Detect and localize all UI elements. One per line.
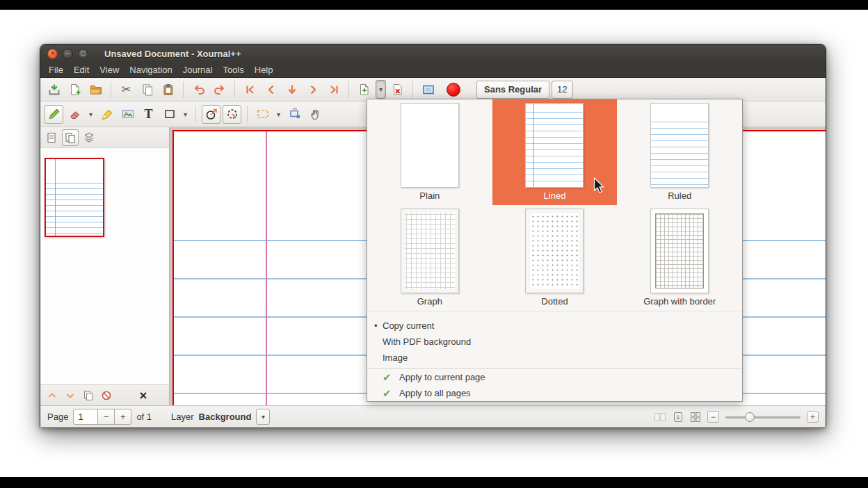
- undo-icon: [192, 83, 206, 97]
- select-region-button[interactable]: [253, 105, 272, 124]
- highlighter-tool-button[interactable]: [97, 105, 116, 124]
- maximize-window-button[interactable]: ▢: [78, 49, 88, 59]
- radio-bullet-icon: •: [374, 320, 383, 331]
- contents-icon: [46, 132, 57, 143]
- copy-button[interactable]: [138, 80, 156, 99]
- close-window-button[interactable]: ✕: [47, 49, 58, 59]
- new-page-button[interactable]: [355, 80, 373, 99]
- new-document-icon: [68, 83, 82, 97]
- arrow-down-icon: [285, 83, 299, 97]
- blocked-icon: [101, 390, 112, 401]
- zoom-in-icon: +: [810, 413, 815, 421]
- zoom-slider-thumb[interactable]: [745, 412, 755, 422]
- mouse-cursor: [593, 177, 606, 194]
- template-ruled[interactable]: Ruled: [617, 99, 742, 205]
- close-sidebar-button[interactable]: [136, 388, 151, 403]
- two-page-view-button[interactable]: [654, 412, 666, 423]
- option-pdf-background[interactable]: With PDF background: [367, 334, 742, 350]
- sidebar-tab-pages[interactable]: [62, 129, 79, 146]
- template-graph-border[interactable]: Graph with border: [617, 205, 742, 311]
- layer-label: Layer: [171, 412, 194, 422]
- undo-button[interactable]: [189, 80, 208, 99]
- paste-button[interactable]: [159, 80, 177, 99]
- fit-width-button[interactable]: [690, 412, 701, 423]
- grid-pages-icon: [690, 412, 701, 423]
- last-page-button[interactable]: [324, 80, 343, 99]
- next-page-button[interactable]: [303, 80, 322, 99]
- save-button[interactable]: [45, 80, 63, 99]
- template-dotted[interactable]: Dotted: [492, 205, 618, 311]
- toolbar-separator: [195, 106, 196, 122]
- pen-tool-button[interactable]: [45, 105, 63, 124]
- minimize-window-button[interactable]: —: [63, 49, 73, 59]
- toolbar-separator: [111, 81, 111, 98]
- font-size-spinner[interactable]: 12: [552, 81, 572, 99]
- menu-help[interactable]: Help: [255, 65, 273, 75]
- page-template-dropdown-button[interactable]: ▾: [376, 80, 386, 99]
- apply-all-pages[interactable]: ✔ Apply to all pages: [367, 385, 742, 401]
- text-tool-button[interactable]: T: [139, 105, 158, 124]
- page-number-input[interactable]: [73, 409, 98, 425]
- hand-tool-button[interactable]: [306, 105, 325, 124]
- zoom-in-button[interactable]: +: [807, 411, 819, 423]
- snapping-button[interactable]: [223, 105, 241, 124]
- menu-view[interactable]: View: [99, 65, 119, 75]
- option-copy-current[interactable]: • Copy current: [367, 318, 742, 334]
- first-page-icon: [243, 83, 257, 97]
- fit-page-button[interactable]: [673, 412, 684, 423]
- menu-journal[interactable]: Journal: [183, 65, 213, 75]
- presentation-mode-button[interactable]: [419, 80, 437, 99]
- sidebar-tab-contents[interactable]: [43, 129, 60, 146]
- menu-navigation[interactable]: Navigation: [129, 65, 172, 75]
- shape-tool-button[interactable]: [160, 105, 179, 124]
- page-increment-button[interactable]: +: [115, 409, 131, 425]
- move-page-down-button[interactable]: [63, 388, 78, 403]
- page-template-popup: Plain Lined Ruled Graph Dotted Graph wit…: [367, 99, 743, 402]
- menu-tools[interactable]: Tools: [223, 65, 243, 75]
- template-plain[interactable]: Plain: [367, 99, 492, 205]
- template-plain-preview: [401, 103, 459, 188]
- insert-image-button[interactable]: [118, 105, 137, 124]
- zoom-slider[interactable]: [725, 412, 801, 423]
- duplicate-page-button[interactable]: [81, 388, 96, 403]
- eraser-icon: [68, 107, 82, 121]
- shape-recognizer-button[interactable]: [202, 105, 220, 124]
- apply-current-page[interactable]: ✔ Apply to current page: [367, 369, 742, 385]
- redo-button[interactable]: [210, 80, 229, 99]
- page-down-button[interactable]: [282, 80, 301, 99]
- font-name-button[interactable]: Sans Regular: [476, 81, 549, 99]
- eraser-tool-button[interactable]: [65, 105, 84, 124]
- first-page-button[interactable]: [241, 80, 259, 99]
- minimize-icon: —: [65, 51, 71, 56]
- statusbar-right: − +: [654, 411, 819, 423]
- toolbar-separator: [183, 81, 184, 98]
- delete-page-sidebar-button[interactable]: [99, 388, 114, 403]
- record-audio-button[interactable]: [447, 83, 460, 97]
- move-page-up-button[interactable]: [45, 388, 60, 403]
- template-graph[interactable]: Graph: [367, 205, 492, 311]
- zoom-out-button[interactable]: −: [707, 411, 719, 423]
- rectangle-icon: [163, 107, 177, 121]
- select-options-dropdown[interactable]: ▾: [274, 105, 283, 124]
- layer-dropdown-button[interactable]: ▾: [256, 409, 270, 425]
- sidebar-tab-layers[interactable]: [81, 129, 97, 146]
- page-1-thumbnail[interactable]: [45, 158, 104, 237]
- previous-page-button[interactable]: [262, 80, 280, 99]
- new-document-button[interactable]: [65, 80, 84, 99]
- vertical-space-button[interactable]: [285, 105, 304, 124]
- eraser-options-dropdown[interactable]: ▾: [86, 105, 95, 124]
- cut-button[interactable]: ✂: [117, 80, 136, 99]
- delete-page-button[interactable]: [388, 80, 407, 99]
- toolbar-separator: [247, 106, 248, 122]
- option-image[interactable]: Image: [367, 350, 742, 366]
- menu-edit[interactable]: Edit: [74, 65, 89, 75]
- shape-options-dropdown[interactable]: ▾: [181, 105, 190, 124]
- page-decrement-button[interactable]: −: [98, 409, 115, 425]
- text-tool-icon: T: [144, 107, 152, 122]
- layer-value: Background: [199, 412, 252, 422]
- page-thumbnail-panel[interactable]: [40, 148, 169, 384]
- open-button[interactable]: [86, 80, 105, 99]
- pen-icon: [47, 107, 61, 121]
- page-margin-line: [266, 131, 267, 405]
- menu-file[interactable]: File: [49, 65, 63, 75]
